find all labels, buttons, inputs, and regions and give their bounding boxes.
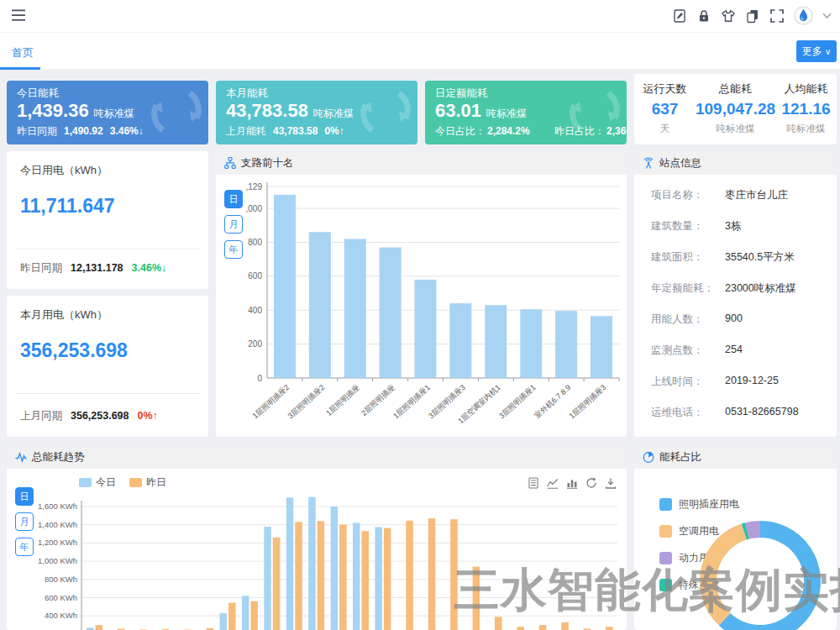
summary-stats-panel: 运行天数 637 天 总能耗 109,047.28 吨标准煤 人均能耗 121.…: [634, 74, 837, 144]
bar-chart-switch-icon[interactable]: [566, 477, 578, 489]
stat-total-energy: 总能耗 109,047.28 吨标准煤: [696, 74, 775, 144]
legend-swatch: [79, 478, 92, 487]
panel-title: 总能耗趋势: [32, 450, 85, 465]
period-switch: 日 月 年: [224, 190, 243, 259]
refresh-watermark-icon: [568, 85, 622, 139]
kpi-title: 今日能耗: [17, 87, 59, 101]
trend-legend: 今日 昨日: [79, 475, 166, 490]
site-row-building-count: 建筑数量：3栋: [651, 219, 837, 250]
legend-swatch: [659, 498, 672, 511]
svg-text:3层照明插座2: 3层照明插座2: [286, 383, 327, 420]
chevron-down-icon[interactable]: [822, 13, 832, 19]
svg-text:1,129: 1,129: [246, 182, 262, 192]
legend-item-yesterday[interactable]: 昨日: [129, 475, 166, 490]
chart-toolbar: [528, 477, 617, 489]
svg-text:600 KWh: 600 KWh: [45, 593, 77, 602]
usage-value: 356,253.698: [20, 339, 128, 362]
period-month-button[interactable]: 月: [224, 215, 243, 234]
fullscreen-icon[interactable]: [769, 8, 785, 24]
period-year-button[interactable]: 年: [224, 240, 243, 259]
svg-text:2层照明插座: 2层照明插座: [360, 383, 396, 417]
svg-text:室外机6.7.8.9: 室外机6.7.8.9: [533, 383, 572, 420]
period-month-button[interactable]: 月: [15, 512, 34, 531]
panel-title: 能耗占比: [659, 450, 701, 465]
copy-icon[interactable]: [745, 8, 760, 24]
svg-text:400 KWh: 400 KWh: [45, 611, 77, 620]
photo-watermark: 三水智能化案例实拍: [454, 559, 840, 622]
stat-run-days: 运行天数 637 天: [634, 74, 696, 144]
kpi-title: 本月能耗: [226, 87, 268, 101]
tabbar: 首页 更多 ∨: [0, 32, 840, 69]
branch-top10-panel: 支路前十名 日 月 年 02004006008001,0001,1291层照明插…: [216, 151, 627, 437]
kpi-card-month-energy: 本月能耗 43,783.58吨标准煤 上月能耗43,783.580%↑: [216, 81, 417, 144]
tab-home[interactable]: 首页: [12, 45, 34, 60]
site-row-people-count: 用能人数：900: [651, 312, 837, 344]
kpi-value: 63.01: [435, 100, 481, 121]
legend-item-today[interactable]: 今日: [79, 475, 116, 490]
legend-swatch: [129, 478, 142, 487]
usage-title: 本月用电（kWh）: [20, 307, 108, 323]
svg-text:1层照明插座2: 1层照明插座2: [251, 383, 291, 420]
kpi-subrow: 昨日同期1,490.923.46%↓: [17, 124, 144, 139]
site-info-rows: 项目名称：枣庄市台儿庄 建筑数量：3栋 建筑面积：35540.5平方米 年定额能…: [634, 175, 837, 437]
site-row-online-date: 上线时间：2019-12-25: [651, 375, 837, 406]
topbar: [0, 0, 840, 32]
pie-chart-icon: [643, 451, 654, 463]
pulse-icon: [15, 451, 27, 463]
legend-swatch: [659, 525, 672, 538]
download-icon[interactable]: [605, 477, 617, 489]
branch-top10-chart: 02004006008001,0001,1291层照明插座23层照明插座21层照…: [246, 176, 622, 433]
kpi-card-daily-quota-energy: 日定额能耗 63.01吨标准煤 今日占比：2,284.2% 昨日占比：2,366…: [425, 81, 627, 144]
panel-title: 支路前十名: [241, 156, 294, 171]
period-day-button[interactable]: 日: [15, 487, 34, 506]
data-view-icon[interactable]: [528, 477, 539, 489]
svg-text:200: 200: [248, 339, 262, 349]
kpi-unit: 吨标准煤: [486, 108, 527, 119]
usage-card-today: 今日用电（kWh） 11,711.647 昨日同期12,131.1783.46%…: [7, 151, 208, 289]
svg-text:1,000: 1,000: [246, 204, 262, 213]
svg-text:1层照明插座: 1层照明插座: [324, 383, 361, 417]
svg-text:400: 400: [248, 306, 262, 315]
kpi-card-today-energy: 今日能耗 1,439.36吨标准煤 昨日同期1,490.923.46%↓: [7, 81, 208, 144]
lock-icon[interactable]: [696, 8, 711, 24]
period-day-button[interactable]: 日: [224, 190, 243, 208]
kpi-unit: 吨标准煤: [313, 108, 354, 119]
brand-logo-icon[interactable]: [794, 6, 813, 25]
svg-text:1,000 KWh: 1,000 KWh: [38, 556, 77, 565]
panel-header: 能耗占比: [634, 445, 837, 469]
divider: [15, 393, 200, 394]
site-info-panel: 站点信息 项目名称：枣庄市台儿庄 建筑数量：3栋 建筑面积：35540.5平方米…: [634, 151, 837, 437]
theme-shirt-icon[interactable]: [721, 8, 736, 24]
menu-icon[interactable]: [12, 9, 27, 22]
svg-text:1,200 KWh: 1,200 KWh: [38, 538, 77, 547]
usage-subrow: 昨日同期12,131.1783.46%↓: [20, 261, 166, 276]
usage-card-month: 本月用电（kWh） 356,253.698 上月同期356,253.6980%↑: [7, 296, 208, 437]
kpi-value: 43,783.58: [226, 100, 308, 121]
svg-text:1,600 KWh: 1,600 KWh: [38, 501, 77, 511]
more-button[interactable]: 更多 ∨: [796, 40, 837, 62]
svg-text:800: 800: [248, 238, 262, 247]
note-edit-icon[interactable]: [672, 8, 687, 24]
usage-title: 今日用电（kWh）: [20, 163, 108, 178]
tab-home-underline: [0, 67, 40, 70]
panel-header: 总能耗趋势: [7, 445, 627, 469]
site-row-annual-quota: 年定额能耗：23000吨标准煤: [651, 281, 837, 312]
site-row-monitor-points: 监测点数：254: [651, 344, 837, 375]
kpi-unit: 吨标准煤: [94, 108, 134, 119]
kpi-value: 1,439.36: [17, 100, 89, 121]
period-switch: 日 月 年: [15, 487, 34, 556]
svg-text:800 KWh: 800 KWh: [45, 575, 77, 584]
svg-text:3层照明插座1: 3层照明插座1: [497, 383, 538, 420]
panel-header: 支路前十名: [216, 151, 627, 175]
kpi-title: 日定额能耗: [435, 87, 488, 101]
line-chart-switch-icon[interactable]: [547, 477, 559, 489]
antenna-icon: [643, 157, 654, 169]
svg-text:1层照明插座3: 1层照明插座3: [568, 383, 608, 420]
stat-per-capita-energy: 人均能耗 121.16 吨标准煤: [775, 74, 837, 144]
refresh-icon[interactable]: [585, 477, 597, 489]
svg-text:1层照明插座1: 1层照明插座1: [391, 383, 432, 420]
kpi-subrow: 上月能耗43,783.580%↑: [226, 124, 344, 139]
svg-text:0: 0: [257, 374, 262, 383]
period-year-button[interactable]: 年: [15, 538, 34, 556]
site-row-building-area: 建筑面积：35540.5平方米: [651, 250, 837, 281]
